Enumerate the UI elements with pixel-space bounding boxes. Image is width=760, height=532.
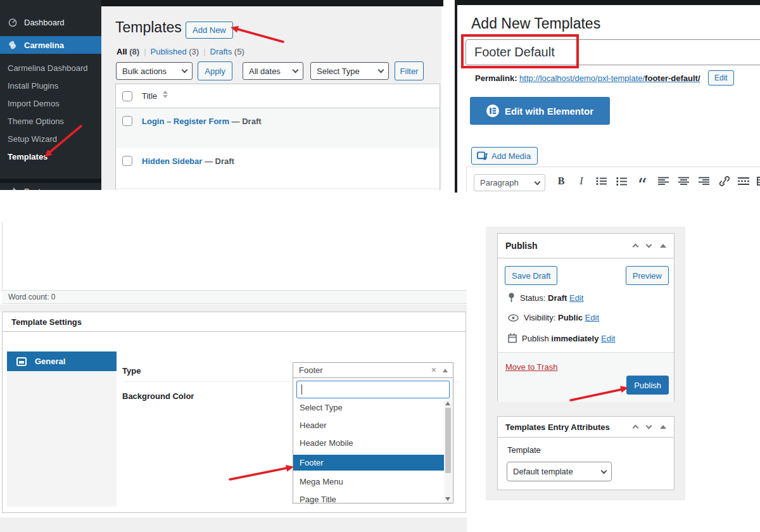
dropdown-option[interactable]: Mega Menu [293, 473, 445, 491]
scroll-up-icon[interactable] [445, 402, 450, 405]
view-all[interactable]: All (8) [117, 47, 139, 56]
dropdown-option-highlighted[interactable]: Footer [293, 455, 445, 471]
templates-list-page: Templates Add New All (8) | Published (3… [101, 6, 441, 190]
paragraph-format-select[interactable]: Paragraph [474, 174, 545, 191]
dashboard-icon [8, 17, 18, 27]
add-new-template-page: Add New Templates Permalink: http://loca… [457, 5, 760, 193]
type-filter-select[interactable]: Select Type [310, 62, 389, 80]
classic-editor: Paragraph B I “ [466, 167, 760, 193]
edit-with-elementor-button[interactable]: Edit with Elementor [470, 97, 610, 125]
move-up-icon[interactable] [633, 425, 639, 431]
dropdown-option[interactable]: Page Title [293, 491, 445, 509]
settings-tab-column: General [7, 352, 117, 507]
word-count: Word count: 0 [8, 293, 55, 301]
chevron-down-icon [601, 467, 607, 474]
dropdown-option[interactable]: Header [293, 417, 445, 434]
row-checkbox[interactable] [122, 116, 132, 126]
sidebar-item-import-demos[interactable]: Import Demos [0, 95, 101, 113]
sidebar-item-setup-wizard[interactable]: Setup Wizard [0, 130, 101, 148]
sidebar-item-carmelina-dashboard[interactable]: Carmelina Dashboard [0, 60, 101, 77]
italic-icon[interactable]: I [574, 175, 588, 187]
bulk-actions-select[interactable]: Bulk actions [116, 62, 193, 80]
sidebar-item-theme-options[interactable]: Theme Options [0, 113, 101, 130]
blockquote-icon[interactable]: “ [635, 175, 649, 187]
collapse-toggle-icon[interactable] [660, 244, 666, 248]
title-column-header[interactable]: Title [142, 91, 157, 101]
more-tag-icon[interactable] [737, 175, 750, 187]
scroll-down-icon[interactable] [445, 497, 450, 501]
general-tab-icon [16, 357, 27, 366]
numbered-list-icon[interactable] [615, 175, 629, 187]
schedule-row: Publish immediately Edit [508, 333, 615, 343]
add-new-button[interactable]: Add New [186, 22, 233, 39]
dropdown-scrollbar[interactable] [444, 400, 452, 503]
dropdown-option[interactable]: Select Type [293, 399, 445, 417]
type-dropdown-panel: Select Type Header Header Mobile Footer … [293, 377, 453, 504]
page-gap [0, 305, 467, 312]
sidebar-item-install-plugins[interactable]: Install Plugins [0, 77, 101, 95]
metabox-title: Template Settings [3, 312, 466, 332]
carmelina-submenu: Carmelina Dashboard Install Plugins Impo… [0, 60, 101, 166]
add-media-button[interactable]: Add Media [471, 147, 538, 165]
word-count-bar: Word count: 0 [2, 290, 467, 304]
move-up-icon[interactable] [633, 244, 639, 250]
publish-button[interactable]: Publish [626, 376, 669, 395]
clear-selection-icon[interactable]: × [431, 365, 436, 375]
tab-general[interactable]: General [7, 352, 117, 371]
visibility-row: Visibility: Public Edit [508, 313, 599, 322]
chevron-down-icon [378, 67, 384, 73]
scrollbar-thumb[interactable] [445, 408, 451, 473]
type-select[interactable]: Footer × [293, 362, 453, 378]
move-to-trash-link[interactable]: Move to Trash [505, 362, 557, 372]
align-right-icon[interactable] [697, 175, 711, 187]
sidebar-item-label: Posts [24, 187, 45, 191]
view-drafts[interactable]: Drafts (5) [210, 47, 244, 56]
editor-content-area[interactable] [2, 222, 467, 290]
permalink-link[interactable]: http://localhost/demo/pxl-template/foote… [519, 73, 700, 83]
row-checkbox[interactable] [122, 156, 132, 166]
status-pin-icon [508, 293, 515, 303]
page-background-strip [0, 517, 467, 532]
elementor-icon [486, 104, 499, 117]
type-select-value: Footer [299, 365, 323, 375]
template-title-link[interactable]: Login – Register Form [142, 117, 229, 126]
status-row: Status: Draft Edit [508, 293, 583, 303]
admin-topbar [457, 0, 760, 5]
sidebar-item-carmelina[interactable]: Carmelina [0, 36, 101, 54]
visibility-eye-icon [508, 314, 519, 322]
select-all-checkbox[interactable] [122, 91, 132, 101]
edit-visibility-link[interactable]: Edit [585, 313, 599, 322]
permalink-edit-button[interactable]: Edit [708, 70, 734, 86]
chevron-down-icon [535, 179, 541, 185]
edit-schedule-link[interactable]: Edit [601, 334, 615, 343]
template-select[interactable]: Default template [507, 462, 612, 481]
template-title-link[interactable]: Hidden Sidebar [142, 156, 202, 166]
sidebar-item-posts[interactable]: Posts [0, 182, 101, 190]
table-row [116, 187, 440, 190]
preview-button[interactable]: Preview [626, 266, 669, 285]
bold-icon[interactable]: B [554, 175, 568, 187]
collapse-toggle-icon[interactable] [660, 425, 666, 429]
post-title-input[interactable] [466, 39, 760, 65]
sidebar-item-dashboard[interactable]: Dashboard [0, 13, 101, 32]
view-published[interactable]: Published (3) [151, 47, 200, 56]
template-label: Template [507, 445, 541, 455]
save-draft-button[interactable]: Save Draft [505, 266, 557, 285]
toolbar-toggle-icon[interactable] [756, 175, 760, 187]
bullet-list-icon[interactable] [595, 175, 609, 187]
chevron-down-icon [293, 67, 299, 73]
permalink-row: Permalink: http://localhost/demo/pxl-tem… [475, 73, 700, 83]
apply-button[interactable]: Apply [198, 61, 232, 80]
move-down-icon[interactable] [646, 423, 652, 429]
dropdown-option[interactable]: Header Mobile [293, 434, 445, 452]
move-down-icon[interactable] [646, 242, 652, 248]
type-search-input[interactable] [296, 381, 450, 398]
align-left-icon[interactable] [657, 175, 671, 187]
edit-status-link[interactable]: Edit [569, 293, 583, 303]
link-icon[interactable] [718, 175, 732, 187]
dates-filter-select[interactable]: All dates [243, 62, 303, 80]
align-center-icon[interactable] [677, 175, 691, 187]
filter-button[interactable]: Filter [395, 61, 424, 80]
sidebar-item-templates[interactable]: Templates [0, 148, 101, 166]
calendar-icon [508, 333, 517, 343]
